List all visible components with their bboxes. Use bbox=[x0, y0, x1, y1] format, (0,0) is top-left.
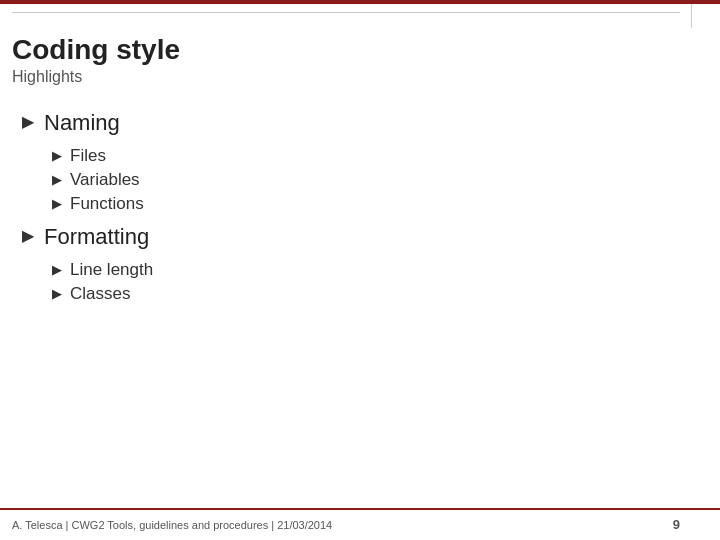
list-item: ▶ Classes bbox=[52, 284, 680, 304]
slide-subtitle: Highlights bbox=[12, 68, 680, 86]
formatting-arrow-icon: ▶ bbox=[22, 226, 34, 245]
variables-label: Variables bbox=[70, 170, 140, 190]
variables-arrow-icon: ▶ bbox=[52, 172, 62, 187]
functions-arrow-icon: ▶ bbox=[52, 196, 62, 211]
linelength-label: Line length bbox=[70, 260, 153, 280]
footer-left-text: A. Telesca | CWG2 Tools, guidelines and … bbox=[12, 519, 332, 531]
files-label: Files bbox=[70, 146, 106, 166]
files-arrow-icon: ▶ bbox=[52, 148, 62, 163]
functions-label: Functions bbox=[70, 194, 144, 214]
main-content: Coding style Highlights ▶ Naming ▶ Files… bbox=[12, 20, 680, 500]
classes-label: Classes bbox=[70, 284, 130, 304]
classes-arrow-icon: ▶ bbox=[52, 286, 62, 301]
naming-children: ▶ Files ▶ Variables ▶ Functions bbox=[52, 146, 680, 214]
formatting-label: Formatting bbox=[44, 224, 149, 250]
linelength-arrow-icon: ▶ bbox=[52, 262, 62, 277]
naming-arrow-icon: ▶ bbox=[22, 112, 34, 131]
bottom-bar bbox=[0, 508, 720, 510]
naming-label: Naming bbox=[44, 110, 120, 136]
list-item: ▶ Functions bbox=[52, 194, 680, 214]
list-item: ▶ Files bbox=[52, 146, 680, 166]
level1-formatting: ▶ Formatting bbox=[22, 224, 680, 250]
top-bar bbox=[0, 0, 720, 4]
slide-title: Coding style bbox=[12, 34, 680, 66]
list-item: ▶ Variables bbox=[52, 170, 680, 190]
footer: A. Telesca | CWG2 Tools, guidelines and … bbox=[12, 517, 680, 532]
outline-list: ▶ Naming ▶ Files ▶ Variables ▶ Functions… bbox=[12, 110, 680, 304]
footer-page-number: 9 bbox=[673, 517, 680, 532]
formatting-children: ▶ Line length ▶ Classes bbox=[52, 260, 680, 304]
level1-naming: ▶ Naming bbox=[22, 110, 680, 136]
list-item: ▶ Line length bbox=[52, 260, 680, 280]
right-line bbox=[691, 4, 692, 28]
top-line bbox=[12, 12, 680, 13]
